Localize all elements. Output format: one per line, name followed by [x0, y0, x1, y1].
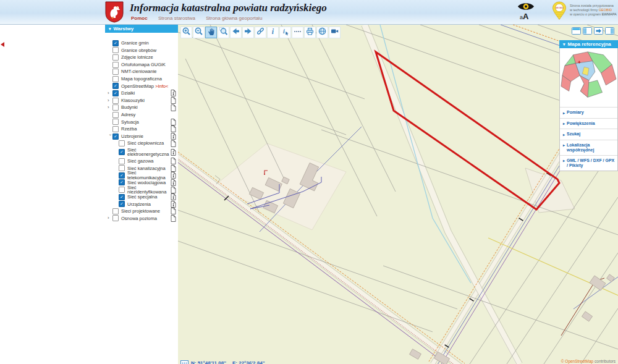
layer-label[interactable]: Sieć specjalna	[127, 195, 157, 200]
toggle-left-panel-icon[interactable]	[583, 27, 592, 35]
contrast-eye-icon[interactable]	[517, 2, 535, 11]
layer-checkbox[interactable]	[112, 69, 119, 75]
reference-map[interactable]	[560, 48, 617, 107]
layer-checkbox[interactable]	[119, 187, 125, 193]
info-select-button[interactable]: i	[279, 27, 291, 38]
panel-menu-item[interactable]: ▸Lokalizacja współrzędnej	[560, 140, 617, 155]
legend-doc-icon[interactable]	[171, 208, 176, 214]
expand-arrow-icon[interactable]: ›	[108, 105, 112, 110]
zoom-out-button[interactable]	[193, 27, 205, 38]
legend-doc-icon[interactable]	[171, 125, 176, 132]
expand-arrow-icon[interactable]: ›	[108, 91, 112, 96]
layer-label[interactable]: Urządzenia	[127, 202, 151, 207]
layer-checkbox[interactable]	[112, 215, 119, 221]
legend-info-icon[interactable]	[171, 179, 176, 186]
layer-info-link[interactable]: >Info<	[155, 83, 168, 89]
layer-label[interactable]: Działki	[121, 91, 135, 96]
layer-label[interactable]: Granice obrębów	[121, 48, 156, 53]
map-canvas[interactable]	[178, 25, 618, 364]
reference-panel-header[interactable]: ▾ Mapa referencyjna	[559, 40, 618, 48]
layer-label[interactable]: NMT-cieniowanie	[121, 69, 157, 74]
layer-label[interactable]: Osnowa pozioma	[121, 216, 157, 221]
toggle-top-panel-icon[interactable]	[572, 27, 581, 35]
expand-arrow-icon[interactable]: ›	[108, 216, 112, 221]
legend-info-icon[interactable]	[171, 90, 176, 96]
legend-doc-icon[interactable]	[171, 119, 176, 125]
legend-doc-icon[interactable]	[171, 215, 176, 222]
zoom-window-button[interactable]	[218, 27, 229, 38]
layer-checkbox[interactable]	[112, 47, 119, 53]
layer-label[interactable]: Adresy	[121, 112, 135, 117]
layer-checkbox[interactable]	[119, 158, 125, 164]
zoom-in-button[interactable]	[180, 27, 192, 38]
legend-doc-icon[interactable]	[171, 104, 176, 111]
layer-label[interactable]: Sieć niezidentyfikowana	[127, 185, 171, 195]
layer-checkbox[interactable]: ✓	[119, 149, 125, 155]
layer-label[interactable]: Sieć telekomunikacyjna	[127, 171, 171, 180]
layer-label[interactable]: Rzeźba	[121, 127, 137, 132]
legend-doc-icon[interactable]	[171, 165, 176, 172]
layer-checkbox[interactable]	[112, 98, 119, 104]
info-button[interactable]: i	[267, 27, 279, 38]
panel-menu-item[interactable]: ▸Pomiary	[560, 107, 617, 118]
layers-panel-header[interactable]: ▾ Warstwy	[105, 25, 178, 33]
layer-checkbox[interactable]: ✓	[119, 194, 125, 200]
legend-doc-icon[interactable]	[171, 97, 176, 104]
panel-menu-item[interactable]: ▸GML / WFS / DXF / GPX / Pikiety	[560, 155, 617, 171]
panel-menu-item[interactable]: ▸Powiększenia	[560, 118, 617, 129]
expand-arrow-icon[interactable]: ›	[108, 134, 112, 139]
layer-label[interactable]: Klasouzytki	[121, 98, 145, 103]
layer-checkbox[interactable]	[112, 62, 119, 68]
layer-checkbox[interactable]	[112, 112, 119, 118]
layer-label[interactable]: Budynki	[121, 105, 138, 110]
layer-label[interactable]: Sytuacja	[121, 120, 139, 125]
layer-label[interactable]: Ortofotomapa GUGiK	[121, 62, 166, 67]
panel-collapse-arrow-icon[interactable]	[1, 42, 4, 47]
legend-doc-icon[interactable]	[171, 140, 176, 147]
print-button[interactable]	[304, 27, 316, 38]
legend-doc-icon[interactable]	[171, 158, 176, 164]
layer-label[interactable]: Uzbrojenie	[121, 134, 143, 139]
layer-checkbox[interactable]: ✓	[112, 133, 119, 140]
expand-arrow-icon[interactable]: ›	[108, 98, 112, 103]
layer-label[interactable]: Mapa topograficzna	[121, 77, 162, 82]
prev-view-button[interactable]	[230, 27, 242, 38]
font-size-toggle[interactable]: aA	[520, 11, 528, 22]
layer-checkbox[interactable]	[112, 54, 119, 61]
nav-link-starostwo[interactable]: Strona starostwa	[158, 15, 195, 21]
legend-info-icon[interactable]	[171, 201, 176, 208]
link-button[interactable]	[255, 27, 266, 38]
osm-attribution-link[interactable]: © OpenStreetMap	[561, 359, 593, 363]
legend-info-icon[interactable]	[171, 172, 176, 179]
layer-checkbox[interactable]: ✓	[119, 172, 125, 179]
layer-label[interactable]: OpenStreetMap >Info<	[121, 84, 168, 89]
legend-info-icon[interactable]	[171, 149, 176, 156]
layer-label[interactable]: Sieć ciepłownicza	[127, 141, 164, 146]
globe-button[interactable]	[316, 27, 328, 38]
pan-tool-button[interactable]	[205, 27, 217, 38]
next-view-button[interactable]	[242, 27, 254, 38]
legend-info-icon[interactable]	[171, 133, 176, 140]
layer-label[interactable]: Granice gmin	[121, 41, 149, 46]
layer-checkbox[interactable]	[112, 126, 119, 132]
toggle-expand-right-icon[interactable]	[594, 27, 603, 35]
layer-checkbox[interactable]: ✓	[119, 201, 125, 207]
layer-label[interactable]: Sieci projektowane	[121, 209, 160, 214]
layer-checkbox[interactable]: ✓	[112, 40, 119, 46]
layer-checkbox[interactable]	[119, 165, 125, 171]
layer-checkbox[interactable]	[112, 208, 119, 214]
snapshot-button[interactable]	[329, 27, 341, 38]
toggle-right-panel-icon[interactable]	[605, 27, 614, 35]
panel-menu-item[interactable]: ▸Szukaj	[560, 129, 617, 140]
legend-info-icon[interactable]	[171, 193, 176, 200]
measure-button[interactable]	[292, 27, 303, 38]
nav-link-pomoc[interactable]: Pomoc	[131, 15, 148, 21]
layer-checkbox[interactable]	[112, 119, 119, 125]
legend-doc-icon[interactable]	[171, 187, 176, 193]
layer-checkbox[interactable]	[112, 76, 119, 82]
layer-label[interactable]: Sieć gazowa	[127, 159, 154, 164]
layer-label[interactable]: Sieć elektroenergetyczna	[127, 148, 171, 157]
layer-label[interactable]: Zdjęcie lotnicze	[121, 55, 153, 60]
layer-checkbox[interactable]: ✓	[112, 83, 119, 89]
nav-link-geoportal[interactable]: Strona główna geoportalu	[206, 15, 262, 21]
